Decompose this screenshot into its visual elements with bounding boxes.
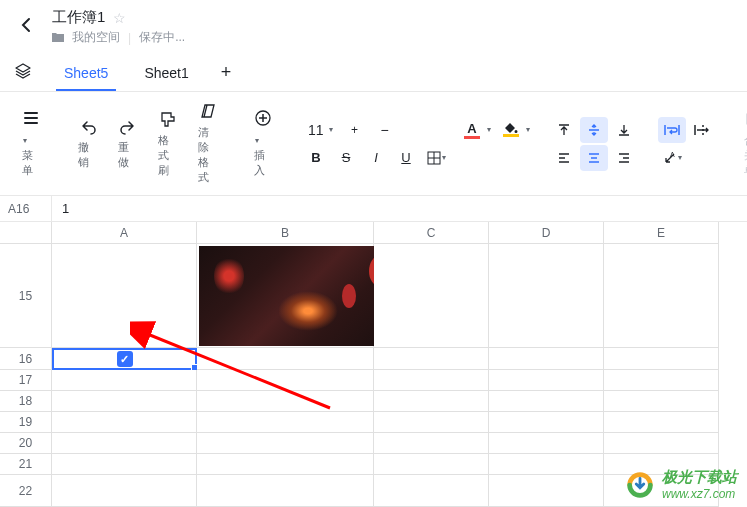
cell-E18[interactable] xyxy=(604,391,719,412)
cell-A17[interactable] xyxy=(52,370,197,391)
cell-E20[interactable] xyxy=(604,433,719,454)
border-button[interactable]: ▾ xyxy=(422,145,450,171)
col-header-A[interactable]: A xyxy=(52,222,197,244)
row-header-20[interactable]: 20 xyxy=(0,433,52,454)
tab-sheet5[interactable]: Sheet5 xyxy=(48,55,124,91)
spreadsheet-grid: A B C D E 15 16 ✓ 17 xyxy=(0,222,747,507)
add-sheet-button[interactable]: + xyxy=(209,54,244,91)
text-color-button[interactable]: A xyxy=(460,119,484,141)
format-painter-button[interactable]: 格式刷 xyxy=(150,106,186,182)
valign-middle-button[interactable] xyxy=(580,117,608,143)
row-header-19[interactable]: 19 xyxy=(0,412,52,433)
save-status: 保存中... xyxy=(139,29,185,46)
cell-C15[interactable] xyxy=(374,244,489,348)
cell-B21[interactable] xyxy=(197,454,374,475)
cell-E19[interactable] xyxy=(604,412,719,433)
cell-A15[interactable] xyxy=(52,244,197,348)
overflow-button[interactable] xyxy=(688,117,716,143)
cell-D20[interactable] xyxy=(489,433,604,454)
align-right-button[interactable] xyxy=(610,145,638,171)
cell-C22[interactable] xyxy=(374,475,489,507)
redo-button[interactable]: 重做 xyxy=(110,113,146,174)
star-icon[interactable]: ☆ xyxy=(113,10,126,26)
align-left-button[interactable] xyxy=(550,145,578,171)
align-center-button[interactable] xyxy=(580,145,608,171)
tab-sheet1[interactable]: Sheet1 xyxy=(128,55,204,91)
underline-button[interactable]: U xyxy=(392,145,420,171)
cell-B16[interactable] xyxy=(197,348,374,370)
document-title[interactable]: 工作簿1 xyxy=(52,8,105,27)
cell-B22[interactable] xyxy=(197,475,374,507)
formula-bar: A16 1 xyxy=(0,196,747,222)
cell-D19[interactable] xyxy=(489,412,604,433)
insert-button[interactable]: ▾ 插入 xyxy=(246,105,282,182)
cell-A22[interactable] xyxy=(52,475,197,507)
back-button[interactable] xyxy=(14,12,40,43)
clear-format-button[interactable]: 清除格式 xyxy=(190,98,226,189)
col-header-E[interactable]: E xyxy=(604,222,719,244)
cell-B19[interactable] xyxy=(197,412,374,433)
font-size-selector[interactable]: 11 ▾ xyxy=(302,120,339,140)
cell-B20[interactable] xyxy=(197,433,374,454)
font-size-increase[interactable]: + xyxy=(341,117,369,143)
strikethrough-button[interactable]: S xyxy=(332,145,360,171)
cell-B17[interactable] xyxy=(197,370,374,391)
space-label[interactable]: 我的空间 xyxy=(72,29,120,46)
cell-A20[interactable] xyxy=(52,433,197,454)
cell-reference[interactable]: A16 xyxy=(0,196,52,221)
cell-B15[interactable] xyxy=(197,244,374,348)
cell-D21[interactable] xyxy=(489,454,604,475)
cell-D18[interactable] xyxy=(489,391,604,412)
col-header-C[interactable]: C xyxy=(374,222,489,244)
insert-icon: ▾ xyxy=(254,109,274,146)
cell-C20[interactable] xyxy=(374,433,489,454)
row-header-18[interactable]: 18 xyxy=(0,391,52,412)
menu-button[interactable]: ▾ 菜单 xyxy=(14,105,50,182)
border-icon xyxy=(427,151,441,165)
cell-C16[interactable] xyxy=(374,348,489,370)
cell-E15[interactable] xyxy=(604,244,719,348)
svg-text:A: A xyxy=(670,151,675,158)
valign-top-button[interactable] xyxy=(550,117,578,143)
cell-D17[interactable] xyxy=(489,370,604,391)
row-header-21[interactable]: 21 xyxy=(0,454,52,475)
cell-A19[interactable] xyxy=(52,412,197,433)
row-header-16[interactable]: 16 xyxy=(0,348,52,370)
select-all-corner[interactable] xyxy=(0,222,52,244)
embedded-image[interactable] xyxy=(199,246,396,346)
wrap-text-button[interactable] xyxy=(658,117,686,143)
brush-icon xyxy=(159,110,177,131)
cell-C18[interactable] xyxy=(374,391,489,412)
cell-D15[interactable] xyxy=(489,244,604,348)
row-header-17[interactable]: 17 xyxy=(0,370,52,391)
sheet-tabs: Sheet5 Sheet1 + xyxy=(0,54,747,92)
fill-color-button[interactable] xyxy=(499,120,523,139)
cell-C19[interactable] xyxy=(374,412,489,433)
cell-A21[interactable] xyxy=(52,454,197,475)
cell-E16[interactable] xyxy=(604,348,719,370)
cell-E17[interactable] xyxy=(604,370,719,391)
italic-button[interactable]: I xyxy=(362,145,390,171)
cell-C17[interactable] xyxy=(374,370,489,391)
cell-D16[interactable] xyxy=(489,348,604,370)
cell-B18[interactable] xyxy=(197,391,374,412)
divider: | xyxy=(128,31,131,45)
bold-button[interactable]: B xyxy=(302,145,330,171)
valign-bottom-button[interactable] xyxy=(610,117,638,143)
sheets-list-icon[interactable] xyxy=(14,62,32,84)
font-size-decrease[interactable]: − xyxy=(371,117,399,143)
col-header-B[interactable]: B xyxy=(197,222,374,244)
cell-A16[interactable]: ✓ xyxy=(52,348,197,370)
cell-A18[interactable] xyxy=(52,391,197,412)
formula-input[interactable]: 1 xyxy=(52,196,747,221)
cell-C21[interactable] xyxy=(374,454,489,475)
text-rotate-button[interactable]: A▾ xyxy=(658,145,686,171)
cell-D22[interactable] xyxy=(489,475,604,507)
row-header-15[interactable]: 15 xyxy=(0,244,52,348)
chevron-left-icon xyxy=(18,16,36,34)
undo-button[interactable]: 撤销 xyxy=(70,113,106,174)
checkbox-checked-icon[interactable]: ✓ xyxy=(117,351,133,367)
row-header-22[interactable]: 22 xyxy=(0,475,52,507)
col-header-D[interactable]: D xyxy=(489,222,604,244)
merge-cells-button[interactable]: 合并单 xyxy=(736,106,747,182)
